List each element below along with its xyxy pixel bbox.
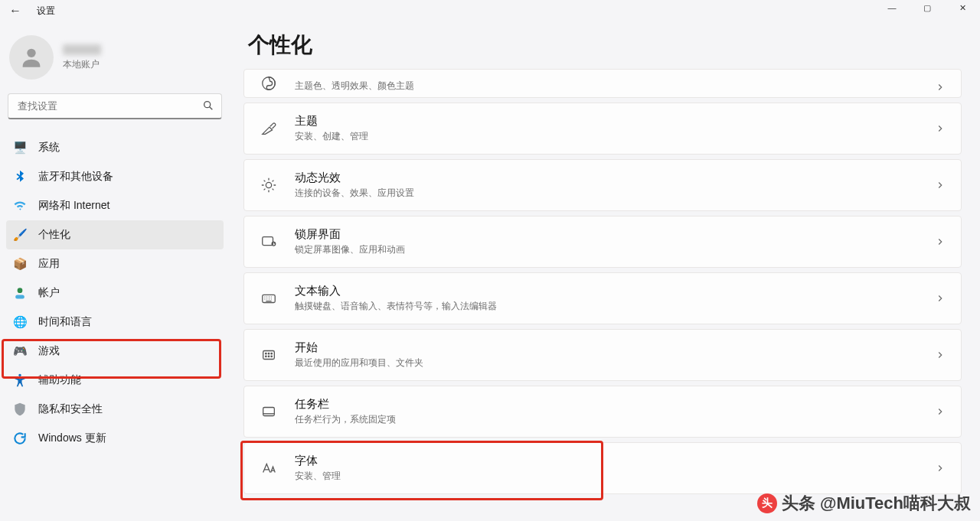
sidebar: 本地账户 🖥️ 系统 蓝牙和其他设备 网络和 Internet 🖌️ [0,21,230,521]
card-sub: 安装、创建、管理 [295,130,935,143]
minimize-button[interactable]: — [874,0,910,15]
user-name [63,44,101,55]
card-sub: 连接的设备、效果、应用设置 [295,187,935,200]
sidebar-item-label: 应用 [38,257,60,271]
app-title: 设置 [37,5,55,18]
maximize-button[interactable]: ▢ [910,0,945,15]
setting-card-dynamic-lighting[interactable]: 动态光效 连接的设备、效果、应用设置 [243,159,962,211]
card-sub: 最近使用的应用和项目、文件夹 [295,357,935,370]
card-title: 任务栏 [295,397,935,412]
sidebar-item-accounts[interactable]: 帐户 [6,278,224,308]
sidebar-item-personalization[interactable]: 🖌️ 个性化 [6,220,224,249]
setting-card-start[interactable]: 开始 最近使用的应用和项目、文件夹 [243,329,962,381]
sidebar-item-gaming[interactable]: 🎮 游戏 [6,337,224,366]
card-sub: 主题色、透明效果、颜色主题 [295,80,935,93]
sidebar-item-apps[interactable]: 📦 应用 [6,249,224,278]
sidebar-item-time-language[interactable]: 🌐 时间和语言 [6,308,224,337]
user-type: 本地账户 [63,58,101,71]
svg-point-14 [271,353,272,353]
network-icon [12,198,28,213]
svg-point-15 [266,356,266,357]
sidebar-item-label: Windows 更新 [38,431,106,445]
sidebar-item-network[interactable]: 网络和 Internet [6,191,224,220]
bluetooth-icon [12,169,28,184]
svg-point-0 [27,49,35,57]
sidebar-item-label: 帐户 [38,286,60,300]
chevron-right-icon [935,463,946,474]
time-language-icon: 🌐 [12,314,28,330]
chevron-right-icon [935,180,946,190]
sidebar-item-label: 系统 [38,141,60,155]
setting-card-lock-screen[interactable]: 锁屏界面 锁定屏幕图像、应用和动画 [243,216,962,268]
gaming-icon: 🎮 [12,344,28,359]
page-title: 个性化 [248,31,962,60]
personalization-icon: 🖌️ [12,227,28,243]
start-icon [260,346,278,364]
sidebar-item-label: 个性化 [38,228,70,242]
setting-card-taskbar[interactable]: 任务栏 任务栏行为，系统固定项 [243,386,962,438]
sidebar-item-system[interactable]: 🖥️ 系统 [6,133,224,162]
update-icon [12,431,28,446]
sidebar-item-windows-update[interactable]: Windows 更新 [6,424,224,453]
search-input[interactable] [8,93,222,119]
svg-point-17 [271,356,272,357]
themes-icon [260,119,278,138]
svg-point-16 [268,356,269,357]
card-sub: 锁定屏幕图像、应用和动画 [295,243,935,256]
sidebar-item-label: 时间和语言 [38,315,92,329]
svg-point-13 [268,353,269,353]
card-sub: 安装、管理 [295,470,935,483]
chevron-right-icon [935,82,946,93]
svg-point-1 [204,102,211,108]
sidebar-item-label: 辅助功能 [38,373,81,387]
chevron-right-icon [935,123,946,134]
system-icon: 🖥️ [12,140,28,155]
accessibility-icon [12,373,28,388]
card-title: 主题 [295,114,935,129]
sidebar-item-label: 隐私和安全性 [38,402,103,416]
lock-screen-icon [260,233,278,251]
sidebar-item-privacy[interactable]: 隐私和安全性 [6,395,224,424]
svg-rect-8 [263,237,273,246]
sidebar-item-label: 游戏 [38,344,60,358]
setting-card-fonts[interactable]: 字体 安装、管理 [243,442,962,494]
user-block[interactable]: 本地账户 [6,29,224,93]
back-button[interactable]: ← [8,3,23,18]
card-title: 字体 [295,454,935,468]
chevron-right-icon [935,350,946,360]
svg-point-12 [266,353,266,353]
colors-icon [260,74,278,93]
accounts-icon [12,285,28,301]
keyboard-icon [260,289,278,308]
close-button[interactable]: ✕ [945,0,980,15]
svg-point-5 [18,374,21,376]
sidebar-item-accessibility[interactable]: 辅助功能 [6,366,224,395]
watermark-text: 头条 @MiuTech喵科大叔 [782,492,971,515]
lighting-icon [260,176,278,194]
apps-icon: 📦 [12,256,28,272]
main-content: 个性化 主题色、透明效果、颜色主题 主题 安装、创建、管理 动态光效 连接的设备… [230,21,980,521]
back-arrow-icon: ← [9,4,21,18]
svg-line-2 [210,107,213,110]
svg-point-7 [266,182,271,187]
setting-card-themes[interactable]: 主题 安装、创建、管理 [243,103,962,155]
sidebar-item-bluetooth[interactable]: 蓝牙和其他设备 [6,162,224,191]
setting-card-text-input[interactable]: 文本输入 触摸键盘、语音输入、表情符号等，输入法编辑器 [243,272,962,324]
setting-card-colors[interactable]: 主题色、透明效果、颜色主题 [243,69,962,98]
sidebar-item-label: 网络和 Internet [38,199,109,213]
svg-rect-18 [263,408,275,416]
svg-point-3 [18,288,23,293]
avatar [9,35,54,80]
card-sub: 触摸键盘、语音输入、表情符号等，输入法编辑器 [295,300,935,313]
search-icon [202,99,214,112]
card-title: 开始 [295,340,935,355]
nav-list: 🖥️ 系统 蓝牙和其他设备 网络和 Internet 🖌️ 个性化 📦 应用 [6,133,224,453]
taskbar-icon [260,402,278,421]
svg-rect-11 [263,351,275,360]
chevron-right-icon [935,406,946,417]
chevron-right-icon [935,293,946,304]
card-title: 动态光效 [295,171,935,185]
fonts-icon [260,459,278,477]
watermark: 头 头条 @MiuTech喵科大叔 [757,492,971,515]
chevron-right-icon [935,236,946,247]
